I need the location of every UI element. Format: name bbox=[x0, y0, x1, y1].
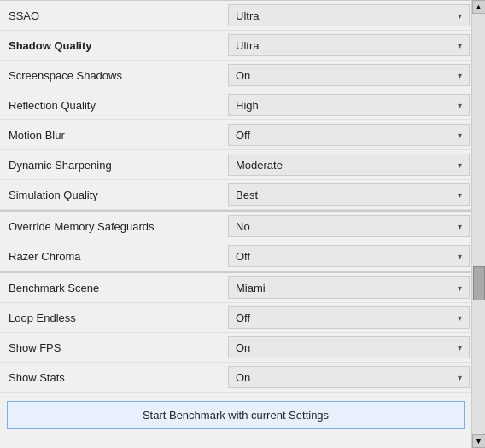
scroll-down-arrow[interactable]: ▼ bbox=[472, 434, 486, 448]
label-simulation-quality: Simulation Quality bbox=[0, 183, 226, 207]
label-show-stats: Show Stats bbox=[0, 366, 226, 389]
value-dynamic-sharpening: Moderate bbox=[236, 159, 283, 172]
label-show-fps: Show FPS bbox=[0, 336, 226, 359]
settings-row-motion-blur: Motion BlurOff▾ bbox=[0, 120, 471, 150]
chevron-down-icon: ▾ bbox=[458, 131, 462, 140]
settings-row-dynamic-sharpening: Dynamic SharpeningModerate▾ bbox=[0, 150, 471, 180]
dropdown-razer-chroma[interactable]: Off▾ bbox=[228, 245, 470, 267]
value-screenspace-shadows: On bbox=[236, 69, 250, 82]
scroll-up-arrow[interactable]: ▲ bbox=[472, 0, 486, 14]
value-show-stats: On bbox=[236, 371, 250, 384]
value-reflection-quality: High bbox=[236, 99, 259, 112]
dropdown-show-fps[interactable]: On▾ bbox=[228, 336, 470, 358]
settings-row-razer-chroma: Razer ChromaOff▾ bbox=[0, 241, 471, 271]
dropdown-ssao[interactable]: Ultra▾ bbox=[228, 4, 470, 26]
dropdown-reflection-quality[interactable]: High▾ bbox=[228, 94, 470, 116]
dropdown-shadow-quality[interactable]: Ultra▾ bbox=[228, 34, 470, 56]
settings-panel: SSAOUltra▾Shadow QualityUltra▾Screenspac… bbox=[0, 0, 471, 448]
start-benchmark-button[interactable]: Start Benchmark with current Settings bbox=[7, 401, 465, 429]
label-benchmark-scene: Benchmark Scene bbox=[0, 276, 226, 300]
label-motion-blur: Motion Blur bbox=[0, 124, 226, 147]
scroll-thumb[interactable] bbox=[473, 266, 485, 300]
settings-row-benchmark-scene: Benchmark SceneMiami▾ bbox=[0, 271, 471, 303]
settings-row-shadow-quality: Shadow QualityUltra▾ bbox=[0, 31, 471, 61]
chevron-down-icon: ▾ bbox=[458, 343, 462, 352]
chevron-down-icon: ▾ bbox=[458, 190, 462, 200]
settings-row-show-fps: Show FPSOn▾ bbox=[0, 333, 471, 363]
chevron-down-icon: ▾ bbox=[458, 373, 462, 382]
dropdown-simulation-quality[interactable]: Best▾ bbox=[228, 183, 470, 206]
label-loop-endless: Loop Endless bbox=[0, 306, 226, 329]
dropdown-dynamic-sharpening[interactable]: Moderate▾ bbox=[228, 154, 470, 176]
chevron-down-icon: ▾ bbox=[458, 222, 462, 231]
value-override-memory: No bbox=[236, 220, 250, 233]
value-loop-endless: Off bbox=[236, 311, 250, 324]
chevron-down-icon: ▾ bbox=[458, 11, 462, 20]
settings-row-show-stats: Show StatsOn▾ bbox=[0, 363, 471, 393]
chevron-down-icon: ▾ bbox=[458, 283, 462, 293]
chevron-down-icon: ▾ bbox=[458, 41, 462, 50]
value-ssao: Ultra bbox=[236, 9, 259, 22]
value-shadow-quality: Ultra bbox=[236, 39, 259, 52]
value-simulation-quality: Best bbox=[236, 189, 258, 201]
label-shadow-quality: Shadow Quality bbox=[0, 34, 226, 57]
value-benchmark-scene: Miami bbox=[236, 282, 266, 294]
settings-row-simulation-quality: Simulation QualityBest▾ bbox=[0, 180, 471, 210]
label-ssao: SSAO bbox=[0, 4, 226, 27]
chevron-down-icon: ▾ bbox=[458, 71, 462, 80]
settings-row-loop-endless: Loop EndlessOff▾ bbox=[0, 303, 471, 333]
settings-row-ssao: SSAOUltra▾ bbox=[0, 0, 471, 31]
label-reflection-quality: Reflection Quality bbox=[0, 94, 226, 117]
settings-row-reflection-quality: Reflection QualityHigh▾ bbox=[0, 90, 471, 120]
label-dynamic-sharpening: Dynamic Sharpening bbox=[0, 154, 226, 177]
dropdown-override-memory[interactable]: No▾ bbox=[228, 215, 470, 237]
settings-row-override-memory: Override Memory SafeguardsNo▾ bbox=[0, 210, 471, 241]
dropdown-show-stats[interactable]: On▾ bbox=[228, 366, 470, 388]
chevron-down-icon: ▾ bbox=[458, 252, 462, 261]
scrollbar: ▲ ▼ bbox=[471, 0, 485, 448]
value-razer-chroma: Off bbox=[236, 250, 250, 263]
chevron-down-icon: ▾ bbox=[458, 160, 462, 170]
label-razer-chroma: Razer Chroma bbox=[0, 245, 226, 268]
dropdown-motion-blur[interactable]: Off▾ bbox=[228, 124, 470, 146]
dropdown-screenspace-shadows[interactable]: On▾ bbox=[228, 64, 470, 86]
chevron-down-icon: ▾ bbox=[458, 101, 462, 110]
scroll-track[interactable] bbox=[472, 14, 485, 434]
settings-row-screenspace-shadows: Screenspace ShadowsOn▾ bbox=[0, 61, 471, 90]
chevron-down-icon: ▾ bbox=[458, 313, 462, 323]
dropdown-loop-endless[interactable]: Off▾ bbox=[228, 306, 470, 329]
label-override-memory: Override Memory Safeguards bbox=[0, 215, 226, 238]
benchmark-section: Start Benchmark with current Settings bbox=[0, 393, 471, 438]
value-show-fps: On bbox=[236, 341, 250, 354]
dropdown-benchmark-scene[interactable]: Miami▾ bbox=[228, 276, 470, 299]
value-motion-blur: Off bbox=[236, 129, 250, 142]
label-screenspace-shadows: Screenspace Shadows bbox=[0, 64, 226, 87]
